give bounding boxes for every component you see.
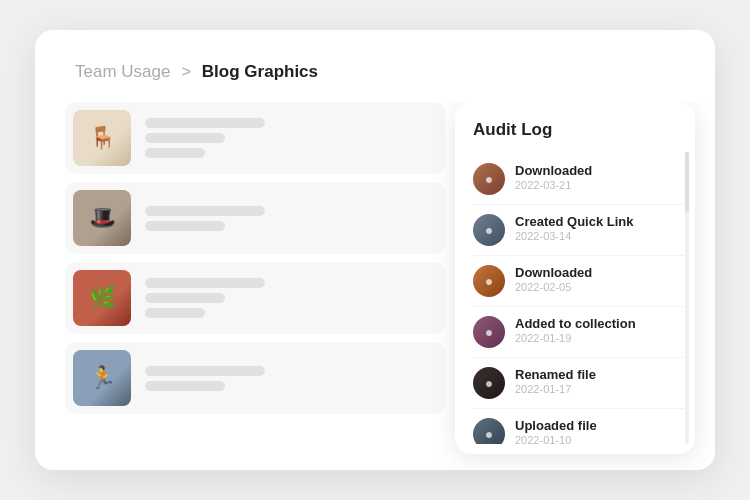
audit-date: 2022-02-05 — [515, 281, 592, 293]
audit-date: 2022-03-21 — [515, 179, 592, 191]
file-bar-primary — [145, 278, 265, 288]
thumb-icon: 🌿 — [73, 270, 131, 326]
file-info — [145, 206, 431, 231]
audit-text: Renamed file2022-01-17 — [515, 367, 596, 395]
file-bar-primary — [145, 118, 265, 128]
audit-item[interactable]: ●Created Quick Link2022-03-14 — [473, 205, 687, 256]
audit-action: Added to collection — [515, 316, 636, 331]
audit-action: Downloaded — [515, 163, 592, 178]
audit-item[interactable]: ●Downloaded2022-03-21 — [473, 154, 687, 205]
audit-action: Created Quick Link — [515, 214, 633, 229]
breadcrumb-separator: > — [181, 62, 191, 81]
file-row[interactable]: 🪑 — [65, 102, 445, 174]
audit-date: 2022-01-17 — [515, 383, 596, 395]
audit-text: Uploaded file2022-01-10 — [515, 418, 597, 444]
breadcrumb: Team Usage > Blog Graphics — [35, 62, 715, 102]
file-info — [145, 366, 431, 391]
audit-action: Uploaded file — [515, 418, 597, 433]
audit-avatar: ● — [473, 214, 505, 246]
audit-avatar: ● — [473, 316, 505, 348]
audit-date: 2022-01-19 — [515, 332, 636, 344]
audit-item[interactable]: ●Uploaded file2022-01-10 — [473, 409, 687, 444]
audit-avatar: ● — [473, 418, 505, 444]
avatar-face: ● — [473, 316, 505, 348]
audit-avatar: ● — [473, 367, 505, 399]
audit-date: 2022-01-10 — [515, 434, 597, 444]
audit-item[interactable]: ●Downloaded2022-02-05 — [473, 256, 687, 307]
file-row[interactable]: 🏃 — [65, 342, 445, 414]
file-bar-secondary — [145, 133, 225, 143]
audit-item[interactable]: ●Added to collection2022-01-19 — [473, 307, 687, 358]
breadcrumb-current: Blog Graphics — [202, 62, 318, 81]
breadcrumb-parent[interactable]: Team Usage — [75, 62, 170, 81]
audit-title: Audit Log — [473, 120, 695, 140]
file-list: 🪑🎩🌿🏃 — [35, 102, 445, 470]
audit-action: Downloaded — [515, 265, 592, 280]
file-bar-tertiary — [145, 148, 205, 158]
thumb-icon: 🪑 — [73, 110, 131, 166]
file-thumbnail: 🪑 — [73, 110, 131, 166]
file-info — [145, 278, 431, 318]
file-bar-secondary — [145, 221, 225, 231]
file-thumbnail: 🏃 — [73, 350, 131, 406]
audit-item[interactable]: ●Renamed file2022-01-17 — [473, 358, 687, 409]
avatar-face: ● — [473, 418, 505, 444]
file-bar-secondary — [145, 381, 225, 391]
file-bar-primary — [145, 206, 265, 216]
audit-text: Added to collection2022-01-19 — [515, 316, 636, 344]
file-row[interactable]: 🌿 — [65, 262, 445, 334]
audit-panel: Audit Log ●Downloaded2022-03-21●Created … — [455, 102, 695, 454]
audit-text: Downloaded2022-02-05 — [515, 265, 592, 293]
audit-date: 2022-03-14 — [515, 230, 633, 242]
audit-action: Renamed file — [515, 367, 596, 382]
file-bar-primary — [145, 366, 265, 376]
audit-list[interactable]: ●Downloaded2022-03-21●Created Quick Link… — [473, 154, 695, 444]
audit-text: Created Quick Link2022-03-14 — [515, 214, 633, 242]
audit-avatar: ● — [473, 265, 505, 297]
file-info — [145, 118, 431, 158]
scrollbar-track — [685, 152, 689, 444]
avatar-face: ● — [473, 214, 505, 246]
avatar-face: ● — [473, 163, 505, 195]
thumb-icon: 🎩 — [73, 190, 131, 246]
file-row[interactable]: 🎩 — [65, 182, 445, 254]
thumb-icon: 🏃 — [73, 350, 131, 406]
main-card: Team Usage > Blog Graphics 🪑🎩🌿🏃 Audit Lo… — [35, 30, 715, 470]
avatar-face: ● — [473, 367, 505, 399]
file-bar-tertiary — [145, 308, 205, 318]
audit-avatar: ● — [473, 163, 505, 195]
file-thumbnail: 🌿 — [73, 270, 131, 326]
content-area: 🪑🎩🌿🏃 Audit Log ●Downloaded2022-03-21●Cre… — [35, 102, 715, 470]
file-bar-secondary — [145, 293, 225, 303]
file-thumbnail: 🎩 — [73, 190, 131, 246]
scrollbar-thumb[interactable] — [685, 152, 689, 212]
avatar-face: ● — [473, 265, 505, 297]
audit-text: Downloaded2022-03-21 — [515, 163, 592, 191]
